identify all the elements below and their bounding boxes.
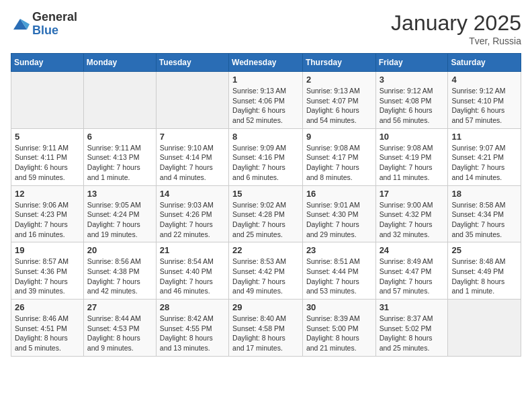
day-number: 27 [87,302,152,312]
day-number: 11 [451,132,517,142]
day-number: 31 [380,302,445,312]
day-number: 8 [232,132,299,142]
day-info: Sunrise: 9:08 AM Sunset: 4:19 PM Dayligh… [380,143,445,183]
calendar-cell: 16Sunrise: 9:01 AM Sunset: 4:30 PM Dayli… [302,185,375,242]
calendar-cell [83,72,156,129]
calendar-cell: 2Sunrise: 9:13 AM Sunset: 4:07 PM Daylig… [302,72,375,129]
day-info: Sunrise: 8:53 AM Sunset: 4:42 PM Dayligh… [232,257,299,296]
day-number: 16 [306,189,372,199]
calendar-cell: 7Sunrise: 9:10 AM Sunset: 4:14 PM Daylig… [156,128,228,185]
day-number: 24 [380,245,445,255]
day-info: Sunrise: 8:37 AM Sunset: 5:02 PM Dayligh… [380,314,445,353]
calendar-week-row: 12Sunrise: 9:06 AM Sunset: 4:23 PM Dayli… [11,185,521,242]
page-header: General Blue January 2025 Tver, Russia [11,11,521,46]
calendar-cell: 23Sunrise: 8:51 AM Sunset: 4:44 PM Dayli… [302,242,375,300]
day-number: 20 [87,245,152,255]
day-info: Sunrise: 9:09 AM Sunset: 4:16 PM Dayligh… [232,143,299,183]
day-number: 14 [160,189,225,199]
weekday-header-row: SundayMondayTuesdayWednesdayThursdayFrid… [11,54,521,72]
day-number: 26 [15,302,80,312]
day-info: Sunrise: 9:06 AM Sunset: 4:23 PM Dayligh… [15,200,80,240]
calendar-cell: 10Sunrise: 9:08 AM Sunset: 4:19 PM Dayli… [375,128,448,185]
calendar-cell [448,300,521,357]
day-number: 1 [232,75,299,85]
weekday-header-sunday: Sunday [11,54,84,72]
day-info: Sunrise: 9:11 AM Sunset: 4:11 PM Dayligh… [15,143,80,183]
calendar-cell: 6Sunrise: 9:11 AM Sunset: 4:13 PM Daylig… [83,128,156,185]
calendar-cell: 26Sunrise: 8:46 AM Sunset: 4:51 PM Dayli… [11,300,84,357]
day-info: Sunrise: 8:42 AM Sunset: 4:55 PM Dayligh… [160,314,225,353]
title-block: January 2025 Tver, Russia [391,11,521,46]
calendar-cell: 8Sunrise: 9:09 AM Sunset: 4:16 PM Daylig… [229,128,303,185]
day-info: Sunrise: 9:03 AM Sunset: 4:26 PM Dayligh… [160,200,225,240]
calendar-cell: 31Sunrise: 8:37 AM Sunset: 5:02 PM Dayli… [375,300,448,357]
calendar-cell [11,72,84,129]
calendar-cell: 15Sunrise: 9:02 AM Sunset: 4:28 PM Dayli… [229,185,303,242]
logo-icon [11,15,30,34]
day-number: 12 [15,189,80,199]
calendar-cell: 9Sunrise: 9:08 AM Sunset: 4:17 PM Daylig… [302,128,375,185]
calendar-cell: 5Sunrise: 9:11 AM Sunset: 4:11 PM Daylig… [11,128,84,185]
calendar-week-row: 5Sunrise: 9:11 AM Sunset: 4:11 PM Daylig… [11,128,521,185]
day-info: Sunrise: 9:10 AM Sunset: 4:14 PM Dayligh… [160,143,225,183]
weekday-header-saturday: Saturday [448,54,521,72]
day-number: 25 [451,245,517,255]
calendar-cell: 18Sunrise: 8:58 AM Sunset: 4:34 PM Dayli… [448,185,521,242]
day-number: 19 [15,245,80,255]
calendar-cell: 25Sunrise: 8:48 AM Sunset: 4:49 PM Dayli… [448,242,521,300]
day-number: 13 [87,189,152,199]
day-info: Sunrise: 8:58 AM Sunset: 4:34 PM Dayligh… [451,200,517,240]
calendar-cell: 24Sunrise: 8:49 AM Sunset: 4:47 PM Dayli… [375,242,448,300]
calendar-cell: 30Sunrise: 8:39 AM Sunset: 5:00 PM Dayli… [302,300,375,357]
calendar-week-row: 26Sunrise: 8:46 AM Sunset: 4:51 PM Dayli… [11,300,521,357]
day-number: 7 [160,132,225,142]
day-info: Sunrise: 9:11 AM Sunset: 4:13 PM Dayligh… [87,143,152,183]
day-info: Sunrise: 8:39 AM Sunset: 5:00 PM Dayligh… [306,314,372,353]
calendar-cell: 19Sunrise: 8:57 AM Sunset: 4:36 PM Dayli… [11,242,84,300]
calendar-week-row: 1Sunrise: 9:13 AM Sunset: 4:06 PM Daylig… [11,72,521,129]
day-info: Sunrise: 9:12 AM Sunset: 4:08 PM Dayligh… [380,86,445,126]
day-info: Sunrise: 8:54 AM Sunset: 4:40 PM Dayligh… [160,257,225,296]
day-number: 30 [306,302,372,312]
logo-blue-text: Blue [32,24,77,38]
weekday-header-friday: Friday [375,54,448,72]
calendar-cell: 28Sunrise: 8:42 AM Sunset: 4:55 PM Dayli… [156,300,228,357]
day-number: 6 [87,132,152,142]
day-info: Sunrise: 9:12 AM Sunset: 4:10 PM Dayligh… [451,86,517,126]
day-number: 2 [306,75,372,85]
day-number: 4 [451,75,517,85]
day-info: Sunrise: 8:40 AM Sunset: 4:58 PM Dayligh… [232,314,299,353]
day-number: 21 [160,245,225,255]
day-info: Sunrise: 9:02 AM Sunset: 4:28 PM Dayligh… [232,200,299,240]
day-number: 29 [232,302,299,312]
day-info: Sunrise: 9:05 AM Sunset: 4:24 PM Dayligh… [87,200,152,240]
calendar-cell: 13Sunrise: 9:05 AM Sunset: 4:24 PM Dayli… [83,185,156,242]
day-info: Sunrise: 8:44 AM Sunset: 4:53 PM Dayligh… [87,314,152,353]
day-number: 9 [306,132,372,142]
day-number: 28 [160,302,225,312]
day-number: 22 [232,245,299,255]
calendar-cell: 3Sunrise: 9:12 AM Sunset: 4:08 PM Daylig… [375,72,448,129]
day-info: Sunrise: 9:13 AM Sunset: 4:07 PM Dayligh… [306,86,372,126]
calendar-cell: 17Sunrise: 9:00 AM Sunset: 4:32 PM Dayli… [375,185,448,242]
day-number: 5 [15,132,80,142]
calendar-table: SundayMondayTuesdayWednesdayThursdayFrid… [11,53,521,357]
day-info: Sunrise: 9:07 AM Sunset: 4:21 PM Dayligh… [451,143,517,183]
day-number: 3 [380,75,445,85]
calendar-cell: 27Sunrise: 8:44 AM Sunset: 4:53 PM Dayli… [83,300,156,357]
calendar-cell: 4Sunrise: 9:12 AM Sunset: 4:10 PM Daylig… [448,72,521,129]
day-info: Sunrise: 8:49 AM Sunset: 4:47 PM Dayligh… [380,257,445,296]
calendar-cell: 22Sunrise: 8:53 AM Sunset: 4:42 PM Dayli… [229,242,303,300]
calendar-cell [156,72,228,129]
calendar-cell: 11Sunrise: 9:07 AM Sunset: 4:21 PM Dayli… [448,128,521,185]
calendar-cell: 29Sunrise: 8:40 AM Sunset: 4:58 PM Dayli… [229,300,303,357]
day-info: Sunrise: 8:57 AM Sunset: 4:36 PM Dayligh… [15,257,80,296]
day-info: Sunrise: 8:56 AM Sunset: 4:38 PM Dayligh… [87,257,152,296]
logo: General Blue [11,11,77,38]
calendar-cell: 14Sunrise: 9:03 AM Sunset: 4:26 PM Dayli… [156,185,228,242]
weekday-header-wednesday: Wednesday [229,54,303,72]
day-info: Sunrise: 8:51 AM Sunset: 4:44 PM Dayligh… [306,257,372,296]
day-info: Sunrise: 9:08 AM Sunset: 4:17 PM Dayligh… [306,143,372,183]
weekday-header-monday: Monday [83,54,156,72]
day-info: Sunrise: 8:48 AM Sunset: 4:49 PM Dayligh… [451,257,517,296]
